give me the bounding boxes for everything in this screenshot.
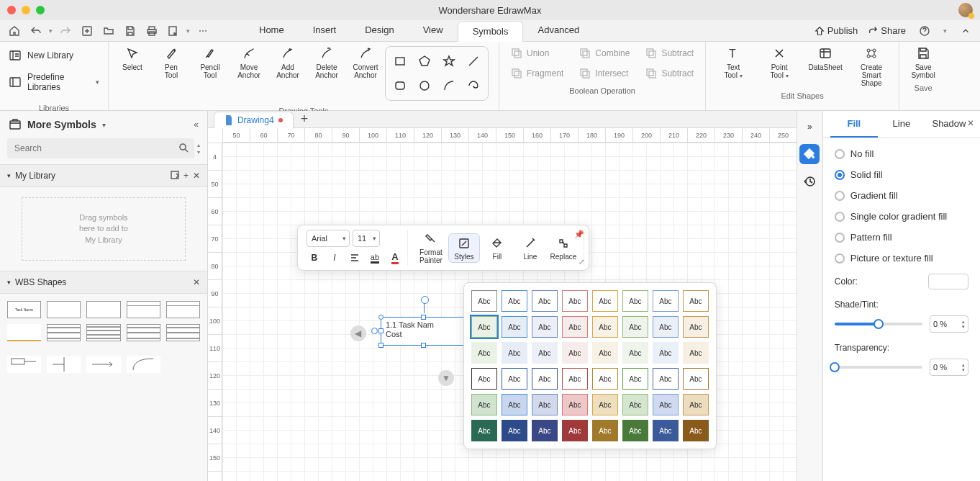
wbs-conn-3[interactable] [86, 356, 120, 373]
style-swatch[interactable]: Abc [622, 394, 648, 415]
menu-tab-home[interactable]: Home [245, 20, 299, 41]
resize-handle-tm[interactable] [421, 315, 426, 320]
history-panel-icon[interactable] [799, 171, 820, 192]
shade-tint-slider[interactable] [835, 323, 922, 325]
share-button[interactable]: Share [868, 25, 906, 36]
style-swatch[interactable]: Abc [683, 394, 709, 415]
tool-select[interactable]: Select [116, 45, 149, 79]
my-library-header[interactable]: ▾ My Library + ✕ [0, 164, 207, 187]
fill-option-solid-fill[interactable]: Solid fill [835, 169, 968, 180]
add-library-icon[interactable]: + [183, 171, 189, 181]
style-swatch[interactable]: Abc [653, 394, 679, 415]
boolean-subtract[interactable]: Subtract [641, 45, 698, 62]
tool-pen-tool[interactable]: Pen Tool [155, 45, 188, 79]
nav-arrow-down[interactable]: ▼ [438, 370, 454, 386]
style-swatch[interactable]: Abc [683, 342, 709, 364]
style-swatch[interactable]: Abc [653, 420, 679, 441]
style-swatch[interactable]: Abc [532, 368, 558, 390]
close-library-icon[interactable]: ✕ [193, 171, 200, 181]
resize-handle-bl[interactable] [378, 343, 384, 348]
help-icon[interactable] [916, 22, 933, 40]
chevron-down-icon[interactable]: ▾ [102, 121, 106, 129]
rotate-handle[interactable] [424, 300, 425, 313]
export-icon[interactable] [165, 22, 182, 40]
line-shape[interactable] [463, 51, 484, 71]
right-tab-shadow[interactable]: Shadow [925, 111, 973, 138]
fill-option-single-color-gradient-fill[interactable]: Single color gradient fill [835, 211, 968, 222]
font-color-button[interactable]: A [387, 250, 403, 266]
boolean-intersect[interactable]: Intersect [575, 65, 634, 82]
wbs-shape-7[interactable] [47, 324, 81, 341]
arc-shape[interactable] [439, 76, 459, 96]
style-swatch[interactable]: Abc [622, 420, 648, 441]
menu-tab-symbols[interactable]: Symbols [458, 21, 524, 42]
tool-add-anchor[interactable]: Add Anchor [271, 45, 304, 79]
style-swatch[interactable]: Abc [502, 342, 527, 364]
style-swatch[interactable]: Abc [502, 368, 527, 390]
style-swatch[interactable]: Abc [532, 316, 558, 338]
boolean-union[interactable]: Union [507, 45, 568, 62]
wbs-conn-2[interactable] [47, 356, 81, 373]
save-icon[interactable] [122, 22, 139, 40]
style-swatch[interactable]: Abc [532, 420, 558, 441]
search-input[interactable] [7, 138, 194, 158]
style-swatch[interactable]: Abc [683, 420, 709, 441]
fill-option-pattern-fill[interactable]: Pattern fill [835, 232, 968, 243]
scroll-down-icon[interactable]: ▾ [197, 149, 200, 156]
canvas[interactable]: 1.1 Task Nam Cost [222, 143, 797, 481]
style-swatch[interactable]: Abc [562, 290, 588, 312]
style-swatch[interactable]: Abc [683, 368, 709, 390]
open-icon[interactable] [100, 22, 117, 40]
add-tab-button[interactable]: + [301, 112, 309, 127]
rect-shape[interactable] [390, 51, 410, 71]
wbs-shapes-header[interactable]: ▾ WBS Shapes ✕ [0, 271, 207, 294]
mini-tool-styles[interactable]: Styles [448, 233, 480, 263]
close-right-panel-icon[interactable]: ✕ [967, 118, 974, 128]
home-icon[interactable] [6, 22, 23, 40]
file-tab-drawing4[interactable]: Drawing4 [214, 112, 294, 128]
tool-convert-anchor[interactable]: Convert Anchor [349, 45, 382, 79]
style-swatch[interactable]: Abc [653, 368, 679, 390]
circle-shape[interactable] [414, 76, 435, 96]
font-family-select[interactable]: Arial [307, 230, 350, 247]
style-swatch[interactable]: Abc [502, 290, 527, 312]
style-swatch[interactable]: Abc [562, 368, 588, 390]
boolean-fragment[interactable]: Fragment [507, 65, 568, 82]
style-swatch[interactable]: Abc [592, 368, 618, 390]
style-swatch[interactable]: Abc [653, 316, 679, 338]
boolean-combine[interactable]: Combine [575, 45, 634, 62]
style-swatch[interactable]: Abc [592, 290, 618, 312]
save-symbol-button[interactable]: Save Symbol [907, 45, 940, 79]
wbs-shape-10[interactable] [166, 324, 200, 341]
transparency-value[interactable]: 0 % [930, 359, 968, 376]
export-library-icon[interactable] [171, 171, 179, 181]
transparency-slider[interactable] [835, 366, 922, 369]
style-swatch[interactable]: Abc [653, 342, 679, 364]
boolean-subtract[interactable]: Subtract [641, 65, 698, 82]
italic-button[interactable]: I [327, 250, 342, 266]
style-swatch[interactable]: Abc [532, 394, 558, 415]
style-swatch[interactable]: Abc [683, 290, 709, 312]
style-swatch[interactable]: Abc [622, 316, 648, 338]
maximize-window[interactable] [36, 6, 45, 14]
align-button[interactable] [347, 250, 363, 266]
style-swatch[interactable]: Abc [592, 342, 618, 364]
library-drop-zone[interactable]: Drag symbols here to add to My Library [22, 197, 186, 261]
style-swatch[interactable]: Abc [471, 394, 497, 415]
resize-handle-bm[interactable] [421, 343, 426, 348]
style-swatch[interactable]: Abc [471, 316, 497, 338]
wbs-shape-1[interactable]: Task Name [7, 301, 41, 318]
color-picker[interactable] [928, 274, 968, 289]
roundrect-shape[interactable] [390, 76, 410, 96]
style-swatch[interactable]: Abc [622, 342, 648, 364]
edit-tool-datasheet[interactable]: DataSheet [805, 45, 845, 87]
fill-option-picture-or-texture-fill[interactable]: Picture or texture fill [835, 253, 968, 264]
style-swatch[interactable]: Abc [471, 342, 497, 364]
right-tab-fill[interactable]: Fill [830, 111, 878, 138]
style-swatch[interactable]: Abc [592, 316, 618, 338]
collapse-ribbon-icon[interactable] [957, 22, 974, 40]
fill-option-gradient-fill[interactable]: Gradient fill [835, 190, 968, 201]
style-swatch[interactable]: Abc [592, 394, 618, 415]
style-swatch[interactable]: Abc [562, 316, 588, 338]
edit-tool-point-tool[interactable]: Point Tool ▾ [759, 45, 799, 87]
